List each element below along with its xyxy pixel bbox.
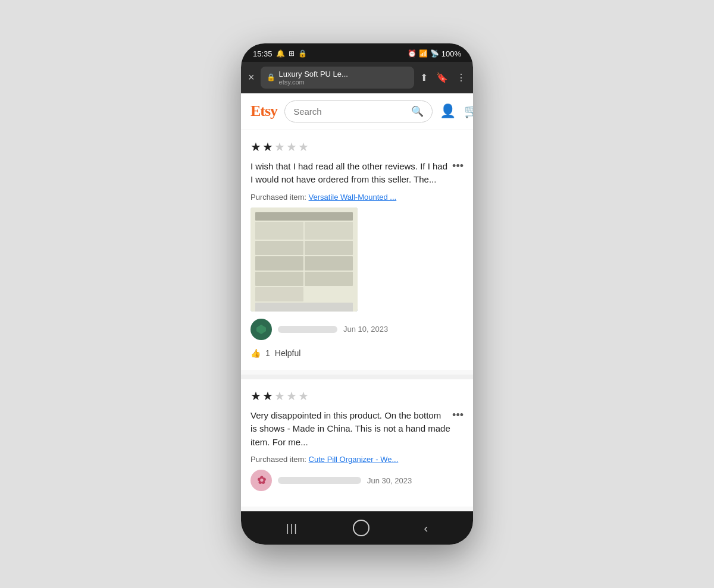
review-divider	[241, 375, 473, 379]
notification-icon: 🔔	[276, 49, 285, 58]
star-1: ★	[250, 389, 261, 403]
browser-domain: etsy.com	[279, 78, 348, 86]
phone-frame: 15:35 🔔 ⊞ 🔒 ⏰ 📶 📡 100% × 🔒 Luxury Soft P…	[241, 43, 473, 545]
review-text-2: Very disappointed in this product. On th…	[250, 409, 464, 449]
star-1: ★	[250, 140, 261, 154]
browser-close-button[interactable]: ×	[248, 71, 255, 84]
browser-url-info: Luxury Soft PU Le... etsy.com	[279, 70, 348, 86]
content-area: ★ ★ ★ ★ ★ ••• I wish that I had read all…	[241, 130, 473, 512]
browser-url-bar[interactable]: 🔒 Luxury Soft PU Le... etsy.com	[261, 67, 414, 89]
menu-nav-button[interactable]: |||	[286, 522, 298, 534]
img-cell	[255, 256, 303, 271]
img-cell	[305, 222, 353, 240]
bookmark-icon[interactable]: 🔖	[436, 72, 448, 83]
review-image[interactable]	[250, 207, 358, 312]
img-cell	[255, 287, 303, 301]
review-more-button-2[interactable]: •••	[452, 409, 464, 422]
signal-icon: 📡	[430, 49, 439, 58]
browser-bar: × 🔒 Luxury Soft PU Le... etsy.com ⬆ 🔖 ⋮	[241, 62, 473, 93]
img-cell	[305, 256, 353, 271]
review-card: ★ ★ ★ ★ ★ ••• I wish that I had read all…	[241, 130, 473, 370]
search-bar[interactable]: 🔍	[284, 100, 433, 122]
thumbs-up-icon: 👍	[250, 348, 261, 358]
star-2: ★	[262, 389, 273, 403]
status-left: 15:35 🔔 ⊞ 🔒	[253, 49, 307, 58]
reviewer-name-redacted	[278, 326, 337, 333]
header-icons: 👤 🛒	[440, 103, 473, 119]
wifi-icon: 📶	[419, 49, 428, 58]
bottom-nav: ||| ‹	[241, 511, 473, 545]
reviewer-avatar	[250, 319, 272, 340]
star-4: ★	[286, 389, 297, 403]
review-image-container	[250, 207, 464, 312]
review-date-2: Jun 30, 2023	[367, 476, 412, 485]
reviewer-avatar-2: ✿	[250, 470, 272, 491]
img-cell	[255, 241, 303, 255]
purchased-item-label-2: Purchased item: Cute Pill Organizer - We…	[250, 455, 464, 464]
browser-page-title: Luxury Soft PU Le...	[279, 70, 348, 78]
img-cell	[255, 222, 303, 240]
star-2: ★	[262, 140, 273, 154]
star-5: ★	[298, 140, 309, 154]
time-display: 15:35	[253, 49, 273, 58]
img-cell	[305, 272, 353, 286]
purchased-item-label: Purchased item: Versatile Wall-Mounted .…	[250, 193, 464, 202]
more-options-icon[interactable]: ⋮	[456, 72, 466, 83]
purchased-item-link-2[interactable]: Cute Pill Organizer - We...	[309, 455, 399, 464]
star-4: ★	[286, 140, 297, 154]
img-header	[255, 212, 353, 221]
battery-display: 100%	[441, 49, 461, 58]
avatar-shape-icon	[255, 323, 267, 335]
star-rating-2: ★ ★ ★ ★ ★	[250, 389, 464, 403]
reviewer-name-redacted-2	[278, 477, 361, 484]
review-card-2: ★ ★ ★ ★ ★ ••• Very disappointed in this …	[241, 379, 473, 507]
review-text: I wish that I had read all the other rev…	[250, 160, 464, 187]
img-cell	[255, 272, 303, 286]
helpful-count: 1	[265, 348, 270, 358]
search-input[interactable]	[293, 106, 406, 117]
browser-lock-icon: 🔒	[267, 73, 275, 81]
back-nav-button[interactable]: ‹	[424, 521, 428, 535]
etsy-header: Etsy 🔍 👤 🛒	[241, 93, 473, 130]
star-rating: ★ ★ ★ ★ ★	[250, 140, 464, 154]
share-icon[interactable]: ⬆	[420, 72, 428, 83]
cart-icon[interactable]: 🛒	[464, 103, 473, 119]
status-right: ⏰ 📶 📡 100%	[408, 49, 461, 58]
img-cell	[255, 303, 353, 312]
review-text-container-2: ••• Very disappointed in this product. O…	[250, 409, 464, 449]
helpful-label: Helpful	[275, 348, 301, 358]
star-5: ★	[298, 389, 309, 403]
reviewer-info: Jun 10, 2023	[250, 319, 464, 340]
etsy-logo[interactable]: Etsy	[250, 102, 277, 120]
star-3: ★	[274, 140, 285, 154]
browser-actions: ⬆ 🔖 ⋮	[420, 72, 466, 83]
purchased-item-link[interactable]: Versatile Wall-Mounted ...	[309, 193, 397, 202]
lock-status-icon: 🔒	[298, 49, 307, 58]
img-cell	[305, 241, 353, 255]
reviewer-info-2: ✿ Jun 30, 2023	[250, 470, 464, 491]
home-nav-button[interactable]	[353, 520, 369, 536]
review-more-button[interactable]: •••	[452, 160, 464, 172]
review-date: Jun 10, 2023	[343, 325, 388, 334]
review-text-container: ••• I wish that I had read all the other…	[250, 160, 464, 187]
star-3: ★	[274, 389, 285, 403]
search-icon[interactable]: 🔍	[411, 105, 424, 118]
helpful-button[interactable]: 👍 1 Helpful	[250, 346, 464, 360]
status-bar: 15:35 🔔 ⊞ 🔒 ⏰ 📶 📡 100%	[241, 43, 473, 62]
alarm-icon: ⏰	[408, 49, 416, 58]
review-image-inner	[250, 207, 358, 312]
svg-marker-0	[256, 325, 266, 334]
account-icon[interactable]: 👤	[440, 103, 456, 119]
cast-icon: ⊞	[289, 49, 295, 58]
